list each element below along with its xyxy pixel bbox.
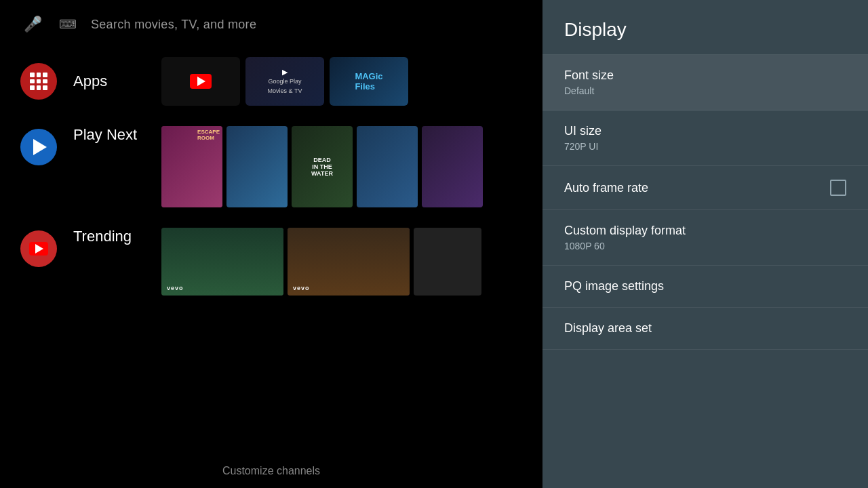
display-area-set-label: Display area set bbox=[564, 321, 846, 336]
youtube-app-tile[interactable] bbox=[161, 57, 240, 106]
youtube-logo bbox=[190, 74, 212, 89]
media-thumb-3[interactable]: DEADIN THEWATER bbox=[292, 126, 353, 207]
custom-display-format-value: 1080P 60 bbox=[564, 241, 846, 251]
auto-frame-rate-checkbox[interactable] bbox=[830, 180, 846, 196]
apps-section-row: Apps ▶Google PlayMovies & TV bbox=[0, 49, 542, 114]
media-thumb-5[interactable] bbox=[422, 126, 483, 207]
google-play-app-tile[interactable]: ▶Google PlayMovies & TV bbox=[245, 57, 324, 106]
ui-size-setting[interactable]: UI size 720P UI bbox=[542, 110, 868, 166]
display-settings-panel: Display Font size Default UI size 720P U… bbox=[542, 0, 868, 488]
media-thumb-2[interactable] bbox=[226, 126, 288, 207]
font-size-label: Font size bbox=[564, 68, 846, 83]
pq-image-settings-setting[interactable]: PQ image settings bbox=[542, 266, 868, 308]
display-settings-title: Display bbox=[564, 19, 846, 41]
customize-channels-button[interactable]: Customize channels bbox=[222, 465, 320, 477]
display-settings-header: Display bbox=[542, 0, 868, 55]
pq-image-settings-label: PQ image settings bbox=[564, 279, 846, 293]
auto-frame-rate-label: Auto frame rate bbox=[564, 181, 648, 195]
trending-thumb-1[interactable]: vevo bbox=[161, 228, 283, 296]
search-placeholder[interactable]: Search movies, TV, and more bbox=[91, 18, 522, 32]
ui-size-value: 720P UI bbox=[564, 141, 846, 152]
trending-section-row: Trending vevo vevo bbox=[0, 218, 542, 304]
keyboard-icon[interactable]: ⌨ bbox=[56, 12, 80, 37]
tv-home-panel: 🎤 ⌨ Search movies, TV, and more Apps bbox=[0, 0, 542, 488]
search-bar: 🎤 ⌨ Search movies, TV, and more bbox=[0, 0, 542, 49]
play-icon bbox=[33, 139, 47, 155]
trending-thumb-3[interactable] bbox=[414, 228, 481, 296]
media-thumb-4[interactable] bbox=[357, 126, 418, 207]
custom-display-format-setting[interactable]: Custom display format 1080P 60 bbox=[542, 210, 868, 266]
play-next-section-label: Play Next bbox=[73, 126, 161, 144]
auto-frame-rate-setting[interactable]: Auto frame rate bbox=[542, 166, 868, 210]
font-size-value: Default bbox=[564, 85, 846, 96]
play-next-section-row: Play Next ESCAPEROOM DEADIN THEWATER bbox=[0, 117, 542, 216]
mic-icon[interactable]: 🎤 bbox=[20, 12, 45, 37]
font-size-setting[interactable]: Font size Default bbox=[542, 55, 868, 110]
trending-youtube-icon bbox=[29, 242, 48, 256]
magic-files-app-tile[interactable]: MAGicFiles bbox=[330, 57, 408, 106]
apps-section-label: Apps bbox=[73, 73, 161, 90]
settings-list: Font size Default UI size 720P UI Auto f… bbox=[542, 55, 868, 350]
trending-thumb-2[interactable]: vevo bbox=[288, 228, 410, 296]
apps-thumbnails: ▶Google PlayMovies & TV MAGicFiles bbox=[161, 57, 408, 106]
apps-section-icon[interactable] bbox=[20, 63, 57, 100]
custom-display-format-label: Custom display format bbox=[564, 224, 846, 238]
magic-files-logo: MAGicFiles bbox=[355, 71, 382, 92]
trending-thumbnails: vevo vevo bbox=[161, 228, 481, 296]
grid-icon bbox=[30, 73, 47, 90]
trending-section-label: Trending bbox=[73, 228, 161, 245]
media-thumb-1[interactable]: ESCAPEROOM bbox=[161, 126, 222, 207]
google-play-logo: ▶Google PlayMovies & TV bbox=[268, 68, 302, 95]
play-next-thumbnails: ESCAPEROOM DEADIN THEWATER bbox=[161, 126, 483, 207]
vevo-label-1: vevo bbox=[167, 285, 184, 291]
display-area-set-setting[interactable]: Display area set bbox=[542, 308, 868, 350]
auto-frame-rate-row: Auto frame rate bbox=[564, 180, 846, 196]
trending-section-icon[interactable] bbox=[20, 230, 57, 267]
ui-size-label: UI size bbox=[564, 124, 846, 138]
play-next-section-icon[interactable] bbox=[20, 129, 57, 165]
vevo-label-2: vevo bbox=[293, 285, 310, 291]
